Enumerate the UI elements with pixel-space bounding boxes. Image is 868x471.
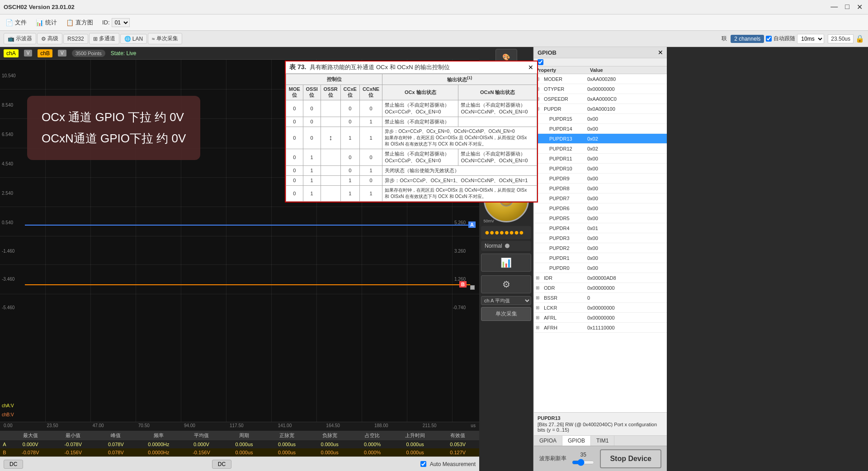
meas-col-period: 周期	[223, 432, 266, 439]
gpio-row-bssr[interactable]: ⊞ BSSR 0	[534, 293, 667, 303]
gpio-tab-tim1[interactable]: TIM1	[591, 436, 614, 446]
y-label-1: 8.540	[2, 103, 13, 108]
gpio-row-pupdr0[interactable]: PUPDR0 0x00	[534, 263, 667, 273]
gpio-name-pupdr1: PUPDR1	[542, 255, 587, 261]
channel-select[interactable]: 2 channels	[731, 35, 764, 43]
gpio-tab-gpioa[interactable]: GPIOA	[534, 436, 562, 446]
multichannel-icon: ⊞	[93, 36, 98, 42]
gpio-val-moder: 0xAA000280	[587, 76, 665, 82]
waveform-rate-label: 波形刷新率	[539, 455, 566, 462]
lock-icon: 🔒	[855, 34, 864, 43]
stop-device-button[interactable]: Stop Device	[600, 449, 661, 468]
title-bar: OSCH02 Version 23.01.02 — □ ✕	[0, 0, 868, 14]
id-select[interactable]: 0102	[112, 18, 130, 27]
menu-stats[interactable]: 📊 统计	[32, 17, 61, 28]
time-select[interactable]: 10ms5ms1ms	[797, 34, 824, 44]
trigger-mode-select[interactable]: ch A 平均值	[481, 296, 531, 305]
meas-b-peak: 0.078V	[94, 449, 137, 456]
oscilloscope-btn[interactable]: 📺 示波器	[4, 33, 36, 44]
rs232-btn[interactable]: RS232	[63, 34, 88, 44]
gpio-row-odr[interactable]: ⊞ ODR 0x00000000	[534, 283, 667, 293]
normal-mode[interactable]: ●●●●●●●●	[481, 226, 531, 239]
window-controls[interactable]: — □ ✕	[829, 3, 864, 11]
channel-a-label[interactable]: chA	[4, 49, 19, 57]
gpio-row-pupdr1[interactable]: PUPDR1 0x00	[534, 253, 667, 263]
single-sample-btn[interactable]: 单次采集	[481, 307, 531, 321]
minimize-btn[interactable]: —	[829, 3, 840, 11]
gpio-desc-text: [Bits 27..26] RW (@ 0x4002040C) Port x c…	[538, 422, 663, 433]
gpio-row-pupdr9[interactable]: PUPDR9 0x00	[534, 174, 667, 184]
x-label-0: 0.00	[4, 423, 12, 430]
gpio-row-afrh[interactable]: ⊞ AFRH 0x11110000	[534, 323, 667, 333]
gpio-row-moder[interactable]: ⊞ MODER 0xAA000280	[534, 74, 667, 84]
maximize-btn[interactable]: □	[843, 3, 851, 11]
doc-row-4: 0100 禁止输出（不由定时器驱动）OCx=CCxP、OCx_EN=0 禁止输出…	[286, 149, 537, 165]
lan-btn[interactable]: 🌐 LAN	[120, 34, 147, 44]
gpio-row-pupdr15[interactable]: PUPDR15 0x00	[534, 114, 667, 124]
gpio-panel-title: GPIOB	[538, 49, 557, 56]
gpio-row-pupdr14[interactable]: PUPDR14 0x00	[534, 124, 667, 134]
auto-follow-checkbox[interactable]: 自动跟随	[766, 35, 795, 42]
close-btn[interactable]: ✕	[855, 3, 864, 11]
gpio-row-lckr[interactable]: ⊞ LCKR 0x00000000	[534, 303, 667, 313]
gpio-row-pupdr7[interactable]: PUPDR7 0x00	[534, 193, 667, 203]
gpio-row-pupdr5[interactable]: PUPDR5 0x00	[534, 213, 667, 223]
single-btn[interactable]: ≈ 单次采集	[148, 33, 182, 44]
advanced-btn[interactable]: ⚙ 高级	[37, 33, 62, 44]
gpio-val-pupdr2: 0x00	[587, 245, 665, 251]
gpio-row-pupdr3[interactable]: PUPDR3 0x00	[534, 233, 667, 243]
trigger-settings-btn[interactable]: ⚙	[481, 275, 531, 293]
expand-icon: ⊞	[536, 285, 542, 290]
normal-mode-label[interactable]: Normal	[481, 241, 531, 251]
meas-a-freq: 0.0000Hz	[137, 441, 180, 447]
menu-file[interactable]: 📄 文件	[2, 17, 30, 28]
channel-b-label[interactable]: chB	[38, 49, 52, 57]
doc-th-ocx-out: OCx 输出状态	[382, 85, 458, 100]
annotation-line1: OCx 通道 GPIO 下拉 约 0V	[42, 107, 186, 128]
gpio-name-pupdr11: PUPDR11	[542, 156, 587, 161]
gpio-row-pupdr4[interactable]: PUPDR4 0x01	[534, 223, 667, 233]
gpio-val-pupdr13: 0x02	[587, 136, 665, 141]
menu-id[interactable]: ID: 0102	[99, 16, 133, 29]
gpio-row-idr[interactable]: ⊞ IDR 0x00000AD8	[534, 273, 667, 283]
gpio-tab-gpiob[interactable]: GPIOB	[562, 436, 591, 446]
gpio-row-pupdr8[interactable]: PUPDR8 0x00	[534, 184, 667, 193]
multichannel-label: 多通道	[99, 35, 115, 42]
auto-follow-input[interactable]	[766, 36, 772, 42]
gpio-expand-checkbox[interactable]	[538, 59, 543, 65]
expand-icon: ⊞	[536, 275, 542, 280]
gpio-row-pupdr11[interactable]: PUPDR11 0x00	[534, 154, 667, 164]
gpio-row-pupdr10[interactable]: PUPDR10 0x00	[534, 164, 667, 174]
gpio-close-btn[interactable]: ✕	[658, 49, 663, 56]
gpio-row-ospeedr[interactable]: ⊞ OSPEEDR 0xAA0000C0	[534, 94, 667, 104]
gpio-row-pupdr6[interactable]: PUPDR6 0x00	[534, 203, 667, 213]
advanced-label: 高级	[47, 35, 58, 42]
dc-btn-2[interactable]: DC	[212, 460, 231, 469]
trigger-histogram-btn[interactable]: 📊	[481, 254, 531, 272]
gpio-row-otyper[interactable]: ⊞ OTYPER 0x00000000	[534, 84, 667, 94]
meas-col-duty: 占空比	[351, 432, 394, 439]
gpio-row-pupdr[interactable]: ⊟ PUPDR 0x0A000100	[534, 104, 667, 114]
gpio-name-pupdr3: PUPDR3	[542, 236, 587, 241]
gpio-name-pupdr8: PUPDR8	[542, 186, 587, 191]
auto-meas-checkbox[interactable]	[420, 461, 426, 467]
rate-slider[interactable]	[572, 459, 594, 466]
doc-th-ossr: OSSR位	[321, 85, 340, 100]
gpio-row-afrl[interactable]: ⊞ AFRL 0x00000000	[534, 313, 667, 323]
doc-th-ocxn-out: OCxN 输出状态	[458, 85, 537, 100]
dc-btn-1[interactable]: DC	[4, 460, 23, 469]
gpio-val-otyper: 0x00000000	[587, 86, 665, 92]
gpio-row-pupdr13[interactable]: PUPDR13 0x02	[534, 134, 667, 144]
x-label-1: 23.50	[47, 423, 58, 430]
mode-dot	[505, 244, 509, 248]
gpio-row-pupdr2[interactable]: PUPDR2 0x00	[534, 243, 667, 253]
multichannel-btn[interactable]: ⊞ 多通道	[89, 33, 119, 44]
menu-histogram[interactable]: 📋 直方图	[62, 17, 97, 28]
x-label-3: 70.50	[138, 423, 150, 430]
gpio-panel: GPIOB ✕ Property Value ⊞ MODER 0xAA000	[533, 47, 667, 471]
x-label-8: 188.00	[374, 423, 388, 430]
gpio-val-pupdr1: 0x00	[587, 255, 665, 261]
gpio-row-pupdr12[interactable]: PUPDR12 0x02	[534, 144, 667, 154]
annotation-overlay: OCx 通道 GPIO 下拉 约 0V OCxN通道 GPIO下拉 约 0V	[27, 96, 200, 160]
doc-table-close[interactable]: ✕	[528, 64, 533, 71]
